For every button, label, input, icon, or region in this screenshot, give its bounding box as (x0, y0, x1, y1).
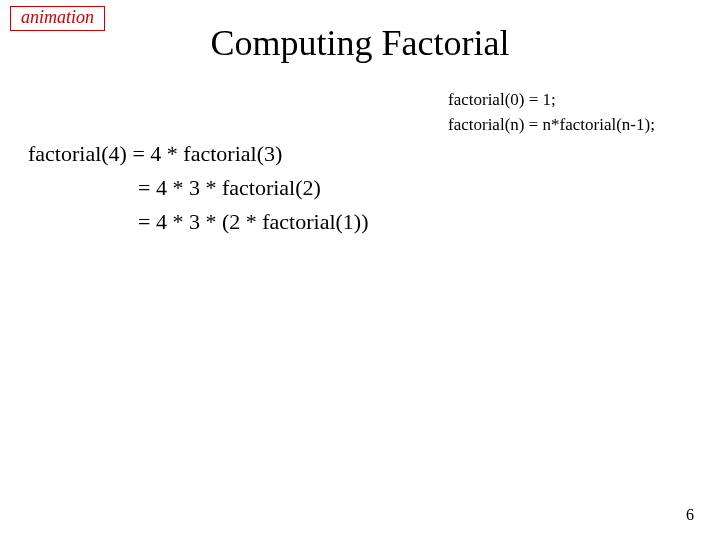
definition-line-2: factorial(n) = n*factorial(n-1); (448, 113, 655, 138)
page-number: 6 (686, 506, 694, 524)
step-line-3: = 4 * 3 * (2 * factorial(1)) (28, 205, 369, 239)
expansion-steps: factorial(4) = 4 * factorial(3) = 4 * 3 … (28, 137, 369, 239)
step-line-2: = 4 * 3 * factorial(2) (28, 171, 369, 205)
definition-line-1: factorial(0) = 1; (448, 88, 655, 113)
factorial-definition: factorial(0) = 1; factorial(n) = n*facto… (448, 88, 655, 137)
step-line-1: factorial(4) = 4 * factorial(3) (28, 137, 369, 171)
slide-title: Computing Factorial (0, 22, 720, 64)
